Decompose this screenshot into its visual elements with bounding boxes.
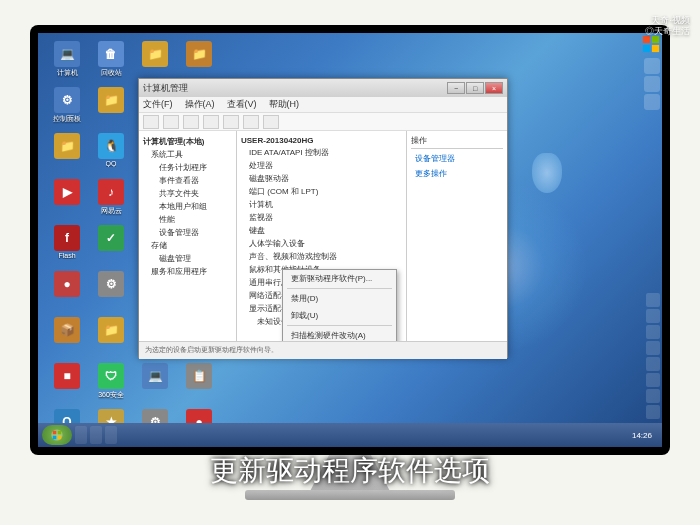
maximize-button[interactable]: □ (466, 82, 484, 94)
device-tree-item[interactable]: 键盘 (241, 224, 402, 237)
tree-item[interactable]: 事件查看器 (143, 174, 232, 187)
sidebar-icon[interactable] (644, 94, 660, 110)
tree-item[interactable]: 计算机管理(本地) (143, 135, 232, 148)
desktop-icon[interactable]: 📁 (46, 133, 88, 177)
desktop-icon[interactable]: 📦 (46, 317, 88, 361)
sidebar-icon[interactable] (644, 76, 660, 92)
taskbar-item[interactable] (105, 426, 117, 444)
toolbar-forward-button[interactable] (163, 115, 179, 129)
menu-item[interactable]: 文件(F) (143, 98, 173, 111)
app-icon: 💻 (142, 363, 168, 389)
svg-rect-7 (53, 436, 57, 440)
icon-label: 回收站 (101, 68, 122, 78)
tree-item[interactable]: 任务计划程序 (143, 161, 232, 174)
close-button[interactable]: × (485, 82, 503, 94)
toolbar-button[interactable] (223, 115, 239, 129)
device-tree-item[interactable]: IDE ATA/ATAPI 控制器 (241, 146, 402, 159)
svg-rect-6 (58, 431, 62, 435)
windows-logo-icon (642, 35, 660, 53)
taskbar[interactable]: 14:26 (38, 423, 662, 447)
window-body: 计算机管理(本地)系统工具任务计划程序事件查看器共享文件夹本地用户和组性能设备管… (139, 131, 507, 341)
tree-item[interactable]: 系统工具 (143, 148, 232, 161)
desktop-icon[interactable]: ⚙ (90, 271, 132, 315)
toolbar-button[interactable] (203, 115, 219, 129)
desktop-icon[interactable]: ■ (46, 363, 88, 407)
context-menu-item[interactable]: 扫描检测硬件改动(A) (283, 327, 396, 341)
device-tree-item[interactable]: 声音、视频和游戏控制器 (241, 250, 402, 263)
tree-item[interactable]: 存储 (143, 239, 232, 252)
desktop-icon[interactable]: 📁 (90, 87, 132, 131)
tree-item[interactable]: 设备管理器 (143, 226, 232, 239)
menu-item[interactable]: 查看(V) (227, 98, 257, 111)
tray-icon[interactable] (646, 373, 660, 387)
tree-item[interactable]: 性能 (143, 213, 232, 226)
actions-subheader: 设备管理器 (411, 151, 503, 166)
status-bar: 为选定的设备启动更新驱动程序软件向导。 (139, 341, 507, 359)
tray-icon[interactable] (646, 293, 660, 307)
taskbar-item[interactable] (75, 426, 87, 444)
toolbar-button[interactable] (183, 115, 199, 129)
desktop-icon[interactable]: ✓ (90, 225, 132, 269)
start-button[interactable] (42, 425, 72, 445)
window-titlebar[interactable]: 计算机管理 − □ × (139, 79, 507, 97)
device-tree-item[interactable]: 监视器 (241, 211, 402, 224)
device-tree-item[interactable]: 计算机 (241, 198, 402, 211)
desktop-icon[interactable]: ♪网易云 (90, 179, 132, 223)
toolbar-back-button[interactable] (143, 115, 159, 129)
toolbar-button[interactable] (243, 115, 259, 129)
tray-icon[interactable] (646, 325, 660, 339)
context-menu-item[interactable]: 卸载(U) (283, 307, 396, 324)
app-icon: ⚙ (54, 87, 80, 113)
taskbar-clock[interactable]: 14:26 (626, 431, 658, 440)
tray-icon[interactable] (646, 357, 660, 371)
more-actions-link[interactable]: 更多操作 (411, 166, 503, 181)
tray-icon[interactable] (646, 309, 660, 323)
device-tree-item[interactable]: USER-20130420HG (241, 135, 402, 146)
desktop-icon[interactable]: 🗑回收站 (90, 41, 132, 85)
desktop-icon[interactable]: 🛡360安全 (90, 363, 132, 407)
desktop-icon[interactable]: ▶ (46, 179, 88, 223)
taskbar-item[interactable] (90, 426, 102, 444)
desktop-icon[interactable]: 📋 (178, 363, 220, 407)
left-tree-panel: 计算机管理(本地)系统工具任务计划程序事件查看器共享文件夹本地用户和组性能设备管… (139, 131, 237, 341)
context-menu-item[interactable]: 禁用(D) (283, 290, 396, 307)
desktop-screen: 💻计算机🗑回收站📁📁⚙控制面板📁🌐📁📁🐧QQ📁⚙▶♪网易云💬微信📁fFlash✓… (38, 33, 662, 447)
toolbar (139, 113, 507, 131)
desktop-icon[interactable]: 🐧QQ (90, 133, 132, 177)
wallpaper-drop (532, 153, 562, 193)
tray-icon[interactable] (646, 389, 660, 403)
app-icon: 📦 (54, 317, 80, 343)
app-icon: f (54, 225, 80, 251)
menu-separator (287, 325, 392, 326)
desktop-icon[interactable]: 💻计算机 (46, 41, 88, 85)
monitor-frame: 💻计算机🗑回收站📁📁⚙控制面板📁🌐📁📁🐧QQ📁⚙▶♪网易云💬微信📁fFlash✓… (30, 25, 670, 455)
menu-item[interactable]: 帮助(H) (269, 98, 300, 111)
desktop-icon[interactable]: ⚙控制面板 (46, 87, 88, 131)
tree-item[interactable]: 磁盘管理 (143, 252, 232, 265)
desktop-icon[interactable]: ● (46, 271, 88, 315)
tree-item[interactable]: 共享文件夹 (143, 187, 232, 200)
svg-rect-8 (58, 436, 62, 440)
desktop-icon[interactable]: 📁 (90, 317, 132, 361)
toolbar-button[interactable] (263, 115, 279, 129)
sidebar-icon[interactable] (644, 58, 660, 74)
device-tree-item[interactable]: 人体学输入设备 (241, 237, 402, 250)
device-tree-item[interactable]: 端口 (COM 和 LPT) (241, 185, 402, 198)
icon-label: Flash (58, 252, 75, 259)
tree-item[interactable]: 服务和应用程序 (143, 265, 232, 278)
computer-management-window: 计算机管理 − □ × 文件(F)操作(A)查看(V)帮助(H) 计算机管理(本… (138, 78, 508, 358)
app-icon: 📁 (98, 317, 124, 343)
context-menu-item[interactable]: 更新驱动程序软件(P)... (283, 270, 396, 287)
app-icon: ■ (54, 363, 80, 389)
app-icon: ✓ (98, 225, 124, 251)
tree-item[interactable]: 本地用户和组 (143, 200, 232, 213)
tray-icon[interactable] (646, 405, 660, 419)
desktop-icon[interactable]: fFlash (46, 225, 88, 269)
minimize-button[interactable]: − (447, 82, 465, 94)
device-tree-item[interactable]: 处理器 (241, 159, 402, 172)
device-tree-item[interactable]: 磁盘驱动器 (241, 172, 402, 185)
tray-icon[interactable] (646, 341, 660, 355)
desktop-icon[interactable]: 💻 (134, 363, 176, 407)
context-menu: 更新驱动程序软件(P)...禁用(D)卸载(U)扫描检测硬件改动(A)属性(R) (282, 269, 397, 341)
menu-item[interactable]: 操作(A) (185, 98, 215, 111)
